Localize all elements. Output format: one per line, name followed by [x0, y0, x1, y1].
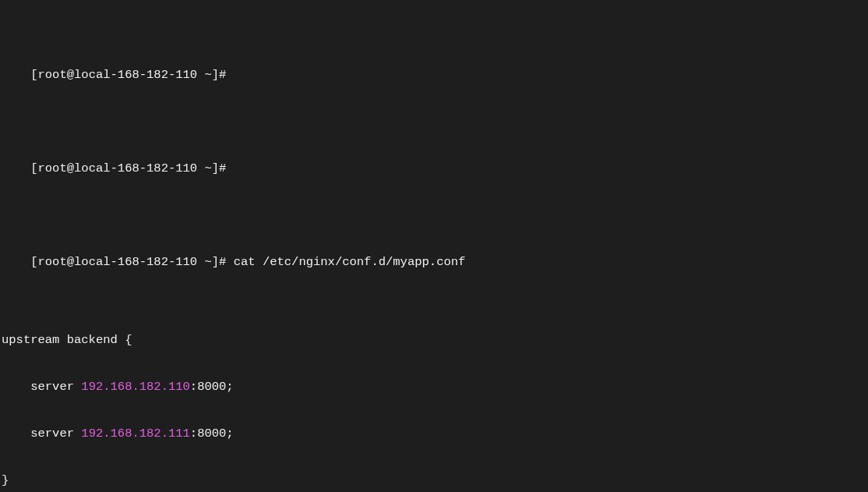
prompt: [root@local-168-182-110 ~]# — [30, 255, 226, 269]
cmd-cat: cat /etc/nginx/conf.d/myapp.conf — [234, 255, 466, 269]
conf-line: :8000; — [190, 380, 234, 394]
prompt: [root@local-168-182-110 ~]# — [30, 161, 226, 175]
conf-line: server — [2, 380, 81, 394]
conf-line: upstream backend { — [2, 333, 132, 347]
conf-line: server — [2, 427, 81, 441]
terminal[interactable]: [root@local-168-182-110 ~]# [root@local-… — [0, 0, 868, 492]
conf-line: } — [2, 473, 9, 487]
prompt: [root@local-168-182-110 ~]# — [30, 68, 226, 82]
ip: 192.168.182.111 — [81, 427, 190, 441]
conf-line: :8000; — [190, 427, 234, 441]
ip: 192.168.182.110 — [81, 380, 190, 394]
